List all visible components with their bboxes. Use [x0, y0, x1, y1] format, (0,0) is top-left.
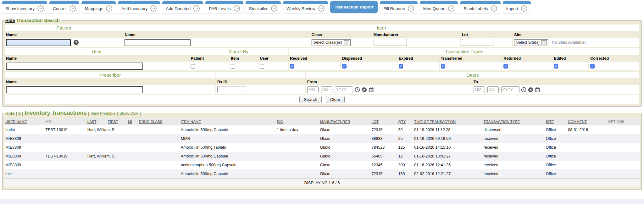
type-dispensed-checkbox[interactable]: [342, 64, 347, 69]
hide-results-link[interactable]: Hide ( 6 ): [5, 111, 23, 116]
count-by-item-checkbox[interactable]: [231, 64, 235, 69]
count-by-patient-checkbox[interactable]: [191, 64, 195, 69]
class-select-dots-button[interactable]: ...: [344, 40, 349, 45]
item-name-input[interactable]: [125, 39, 191, 46]
type-transferred-checkbox[interactable]: [441, 64, 445, 69]
user-name-input[interactable]: [6, 63, 143, 70]
column-header-lot[interactable]: LOT: [370, 118, 397, 125]
popout-icon[interactable]: ↗: [448, 5, 454, 12]
inventory-transactions-panel: Hide ( 6 ) Inventory Transactions | View…: [2, 110, 642, 190]
lot-input[interactable]: [462, 39, 493, 46]
tab-label: Stockpiles: [249, 6, 269, 11]
patient-name-cell: [86, 169, 138, 179]
column-header-last[interactable]: LAST: [86, 118, 107, 125]
to-day-input[interactable]: [487, 86, 499, 93]
popout-icon[interactable]: ↗: [150, 5, 157, 12]
prescriber-name-input[interactable]: [6, 86, 143, 93]
site-label: Site: [514, 33, 521, 37]
help-icon[interactable]: ?: [74, 40, 79, 45]
search-button[interactable]: Search: [299, 96, 322, 103]
column-header-time-of-transaction[interactable]: TIME OF TRANSACTION: [413, 118, 482, 125]
comment-cell: [567, 143, 607, 152]
tab-label: Control: [53, 6, 67, 11]
from-clear-icon[interactable]: [362, 87, 367, 92]
site-select[interactable]: Select Site(s) ...: [514, 39, 548, 46]
to-year-input[interactable]: [501, 86, 519, 93]
from-year-input[interactable]: [335, 86, 353, 93]
column-header-site[interactable]: SITE: [545, 118, 567, 125]
from-day-input[interactable]: [321, 86, 332, 93]
column-header-user-name[interactable]: USER NAME: [4, 118, 44, 125]
manufacturer-input[interactable]: [374, 39, 407, 46]
popout-icon[interactable]: ↗: [37, 5, 44, 12]
item-group-header: Item: [377, 25, 386, 30]
to-month-input[interactable]: [474, 86, 485, 93]
type-received-checkbox[interactable]: [290, 64, 294, 69]
popout-icon[interactable]: ↗: [106, 5, 112, 12]
popout-icon[interactable]: ↗: [234, 5, 240, 12]
rx-id-input[interactable]: [217, 86, 246, 93]
popout-icon[interactable]: ↗: [521, 5, 527, 12]
qty-cell: 300: [397, 161, 413, 169]
transaction-search-legend: Hide Transaction Search: [5, 18, 62, 23]
count-by-user-checkbox[interactable]: [260, 64, 264, 69]
type-edited-checkbox[interactable]: [554, 64, 558, 69]
patient-name-input[interactable]: [6, 39, 71, 46]
patient-name-cell: [86, 161, 138, 169]
site-cell: Office: [545, 169, 567, 179]
tab-stockpiles[interactable]: Stockpiles↗: [246, 1, 281, 13]
drug-class-cell: [138, 152, 180, 161]
type-expired-checkbox[interactable]: [399, 64, 403, 69]
column-header-qty[interactable]: QTY: [397, 118, 413, 125]
popout-icon[interactable]: ↗: [408, 5, 414, 12]
type-corrected-checkbox[interactable]: [590, 64, 595, 69]
popout-icon[interactable]: ↗: [193, 5, 200, 12]
lot-cell: 72315: [370, 169, 397, 179]
popout-icon[interactable]: ↗: [318, 5, 325, 12]
column-header-manufacturer[interactable]: MANUFACTURER: [319, 118, 370, 125]
popout-icon[interactable]: ↗: [271, 5, 277, 12]
clear-button[interactable]: Clear: [326, 96, 345, 103]
column-header-comment[interactable]: COMMENT: [567, 118, 607, 125]
type-returned-checkbox[interactable]: [503, 64, 508, 69]
popout-icon[interactable]: ↗: [491, 5, 497, 12]
column-header-first[interactable]: FIRST: [107, 118, 127, 125]
date-to-group: - -: [474, 86, 540, 93]
options-cell: [607, 125, 640, 134]
tab-control[interactable]: Control↗: [49, 1, 79, 13]
mr-cell: [44, 161, 86, 169]
user-name-label: Name: [6, 56, 17, 61]
lot-cell: 784523: [370, 143, 397, 152]
from-calendar-icon[interactable]: [369, 87, 374, 92]
to-time-icon[interactable]: [521, 87, 526, 92]
to-clear-icon[interactable]: [528, 87, 533, 92]
tab-blank-labels[interactable]: Blank Labels↗: [460, 1, 500, 13]
from-month-input[interactable]: [307, 86, 319, 93]
tab-mappings[interactable]: Mappings↗: [81, 1, 116, 13]
tab-weekly-review[interactable]: Weekly Review↗: [283, 1, 328, 13]
tab-import[interactable]: Import↗: [503, 1, 531, 13]
hide-search-link[interactable]: Hide: [5, 18, 15, 23]
tab-med-queue[interactable]: Med Queue↗: [420, 1, 458, 13]
class-select[interactable]: Select Class(es) ...: [312, 39, 351, 46]
column-header-sig[interactable]: SIG: [275, 118, 319, 125]
tab-label: PAR Levels: [209, 6, 231, 11]
column-header-transaction-type[interactable]: TRANSACTION TYPE: [482, 118, 544, 125]
to-calendar-icon[interactable]: [535, 87, 540, 92]
column-header-mi[interactable]: MI: [127, 118, 137, 125]
site-select-dots-button[interactable]: ...: [541, 40, 547, 45]
from-time-icon[interactable]: [355, 87, 360, 92]
show-csv-link[interactable]: Show CSV: [119, 111, 138, 116]
tab-accent-strip: [2, 1, 47, 4]
class-label: Class: [312, 33, 322, 37]
tab-add-inventory[interactable]: Add Inventory↗: [118, 1, 160, 13]
tab-show-inventory[interactable]: Show Inventory↗: [2, 1, 47, 13]
column-header-drug-class[interactable]: DRUG CLASS: [138, 118, 180, 125]
tab-transaction-report[interactable]: Transaction Report: [330, 1, 378, 13]
tab-par-levels[interactable]: PAR Levels↗: [205, 1, 243, 13]
view-printable-link[interactable]: View Printable: [91, 111, 116, 116]
column-header-item-name[interactable]: ITEM NAME: [180, 118, 275, 125]
tab-fill-reports[interactable]: Fill Reports↗: [380, 1, 417, 13]
tab-add-donated[interactable]: Add Donated↗: [162, 1, 203, 13]
popout-icon[interactable]: ↗: [69, 5, 76, 12]
